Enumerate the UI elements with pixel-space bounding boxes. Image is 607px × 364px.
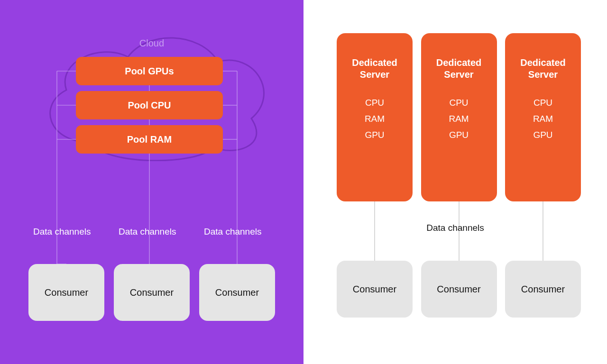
data-channel-label-1: Data channels: [33, 227, 91, 237]
server-spec: GPU: [505, 127, 581, 143]
server-spec: RAM: [337, 111, 413, 127]
server-title-line: Dedicated: [436, 57, 482, 68]
server-spec: CPU: [337, 95, 413, 111]
pool-stack: Pool GPUs Pool CPU Pool RAM: [76, 57, 223, 154]
consumer-box: Consumer: [421, 261, 497, 318]
server-row: Dedicated Server CPU RAM GPU Dedicated S…: [337, 33, 581, 201]
data-channel-label-right: Data channels: [304, 223, 607, 233]
data-channel-label-3: Data channels: [204, 227, 261, 237]
data-channel-label-2: Data channels: [119, 227, 176, 237]
consumer-row-cloud: Consumer Consumer Consumer: [28, 264, 275, 321]
server-spec: RAM: [421, 111, 497, 127]
server-spec: CPU: [505, 95, 581, 111]
pool-gpus-box: Pool GPUs: [76, 57, 223, 85]
consumer-box: Consumer: [114, 264, 190, 321]
server-specs: CPU RAM GPU: [505, 95, 581, 144]
server-spec: RAM: [505, 111, 581, 127]
consumer-box: Consumer: [337, 261, 413, 318]
dedicated-server-box: Dedicated Server CPU RAM GPU: [505, 33, 581, 201]
server-title-line: Server: [528, 69, 558, 80]
consumer-box: Consumer: [505, 261, 581, 318]
server-specs: CPU RAM GPU: [421, 95, 497, 144]
server-title: Dedicated Server: [421, 57, 497, 81]
dedicated-architecture-panel: Dedicated Server CPU RAM GPU Dedicated S…: [304, 0, 607, 364]
server-spec: GPU: [421, 127, 497, 143]
dedicated-server-box: Dedicated Server CPU RAM GPU: [337, 33, 413, 201]
pool-cpu-box: Pool CPU: [76, 91, 223, 119]
consumer-box: Consumer: [28, 264, 104, 321]
server-specs: CPU RAM GPU: [337, 95, 413, 144]
server-title: Dedicated Server: [505, 57, 581, 81]
cloud-architecture-panel: Cloud Pool GPUs Pool CPU Pool RAM Data c…: [0, 0, 304, 364]
dedicated-server-box: Dedicated Server CPU RAM GPU: [421, 33, 497, 201]
cloud-label: Cloud: [0, 38, 304, 49]
server-title-line: Dedicated: [352, 57, 397, 68]
server-title-line: Dedicated: [520, 57, 566, 68]
server-title: Dedicated Server: [337, 57, 413, 81]
server-spec: GPU: [337, 127, 413, 143]
consumer-row-dedicated: Consumer Consumer Consumer: [337, 261, 581, 318]
server-spec: CPU: [421, 95, 497, 111]
consumer-box: Consumer: [199, 264, 275, 321]
server-title-line: Server: [360, 69, 389, 80]
pool-ram-box: Pool RAM: [76, 125, 223, 154]
server-title-line: Server: [444, 69, 473, 80]
